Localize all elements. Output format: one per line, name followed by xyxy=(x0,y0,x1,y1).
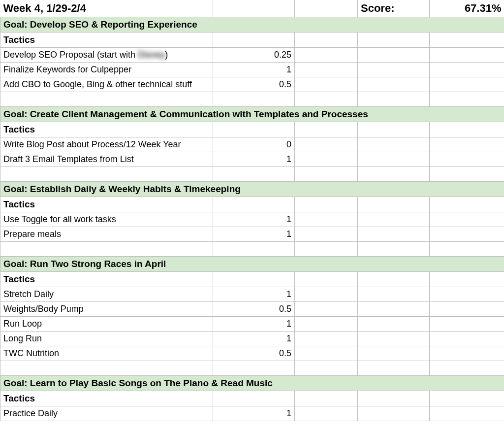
tactic-label: Long Run xyxy=(0,332,213,346)
cell xyxy=(295,63,358,77)
tactic-label: Stretch Daily xyxy=(0,287,213,302)
spacer-cell xyxy=(213,167,295,182)
cell xyxy=(213,272,295,287)
spacer-cell xyxy=(295,242,358,257)
spacer-cell xyxy=(430,167,504,182)
cell xyxy=(358,317,430,332)
cell xyxy=(358,332,430,346)
spacer-cell xyxy=(213,242,295,257)
cell xyxy=(430,346,504,361)
cell xyxy=(358,77,430,92)
cell xyxy=(358,287,430,302)
tactic-label: TWC Nutrition xyxy=(0,346,213,361)
cell xyxy=(430,332,504,346)
cell xyxy=(430,137,504,152)
spacer-cell xyxy=(430,361,504,376)
spacer-cell xyxy=(295,361,358,376)
cell xyxy=(430,212,504,227)
cell xyxy=(213,122,295,137)
cell xyxy=(358,272,430,287)
cell xyxy=(430,391,504,406)
cell xyxy=(430,33,504,48)
cell xyxy=(358,391,430,406)
tactic-value: 1 xyxy=(213,63,295,77)
spacer-cell xyxy=(358,242,430,257)
tactic-value: 1 xyxy=(213,152,295,167)
cell xyxy=(295,302,358,317)
tactics-header: Tactics xyxy=(0,272,213,287)
cell xyxy=(295,77,358,92)
cell xyxy=(430,197,504,212)
spacer-cell xyxy=(213,92,295,107)
cell xyxy=(358,227,430,242)
spacer-cell xyxy=(358,167,430,182)
cell xyxy=(358,48,430,63)
tactic-value: 1 xyxy=(213,287,295,302)
tactic-label: Add CBO to Google, Bing & other technica… xyxy=(0,77,213,92)
cell xyxy=(358,212,430,227)
tactic-value: 0.25 xyxy=(213,48,295,63)
tactic-value: 0.5 xyxy=(213,77,295,92)
cell xyxy=(430,48,504,63)
tactic-label-suffix: ) xyxy=(165,50,168,60)
header-empty xyxy=(295,0,358,17)
cell xyxy=(295,287,358,302)
cell xyxy=(430,302,504,317)
spacer-cell xyxy=(213,361,295,376)
cell xyxy=(430,227,504,242)
cell xyxy=(295,391,358,406)
spacer-cell xyxy=(0,242,213,257)
tactic-label: Practice Daily xyxy=(0,406,213,421)
spacer-cell xyxy=(358,361,430,376)
tactic-label: Develop SEO Proposal (start with xyxy=(3,50,135,60)
cell xyxy=(430,122,504,137)
spacer-cell xyxy=(430,242,504,257)
spacer-cell xyxy=(358,92,430,107)
cell xyxy=(358,152,430,167)
cell xyxy=(430,77,504,92)
cell xyxy=(430,406,504,421)
spacer-cell xyxy=(0,92,213,107)
cell xyxy=(295,227,358,242)
tactic-value: 1 xyxy=(213,317,295,332)
cell xyxy=(295,406,358,421)
tactic-value: 1 xyxy=(213,227,295,242)
tactic-label: Finalize Keywords for Culpepper xyxy=(0,63,213,77)
cell xyxy=(358,406,430,421)
cell xyxy=(358,346,430,361)
tactic-label: Weights/Body Pump xyxy=(0,302,213,317)
score-value: 67.31% xyxy=(430,0,504,17)
tactics-header: Tactics xyxy=(0,122,213,137)
cell xyxy=(213,391,295,406)
cell xyxy=(358,197,430,212)
cell xyxy=(295,137,358,152)
cell xyxy=(358,122,430,137)
tactic-label: Draft 3 Email Templates from List xyxy=(0,152,213,167)
cell xyxy=(295,212,358,227)
cell xyxy=(295,197,358,212)
tactic-label-blurred: Disney xyxy=(138,50,165,60)
goal-title: Goal: Learn to Play Basic Songs on The P… xyxy=(0,376,504,391)
cell xyxy=(358,63,430,77)
tactic-value: 0.5 xyxy=(213,346,295,361)
tactics-header: Tactics xyxy=(0,33,213,48)
tactic-cell: Develop SEO Proposal (start with Disney) xyxy=(0,48,213,63)
spacer-cell xyxy=(0,361,213,376)
cell xyxy=(358,302,430,317)
spacer-cell xyxy=(295,92,358,107)
tactic-value: 1 xyxy=(213,406,295,421)
cell xyxy=(213,197,295,212)
weekly-scorecard-table: Week 4, 1/29-2/4Score:67.31%Goal: Develo… xyxy=(0,0,504,421)
cell xyxy=(295,346,358,361)
tactic-value: 1 xyxy=(213,332,295,346)
cell xyxy=(295,122,358,137)
cell xyxy=(295,152,358,167)
spacer-cell xyxy=(430,92,504,107)
tactics-header: Tactics xyxy=(0,197,213,212)
cell xyxy=(430,317,504,332)
goal-title: Goal: Run Two Strong Races in April xyxy=(0,257,504,272)
cell xyxy=(295,332,358,346)
cell xyxy=(358,33,430,48)
cell xyxy=(430,152,504,167)
cell xyxy=(430,63,504,77)
